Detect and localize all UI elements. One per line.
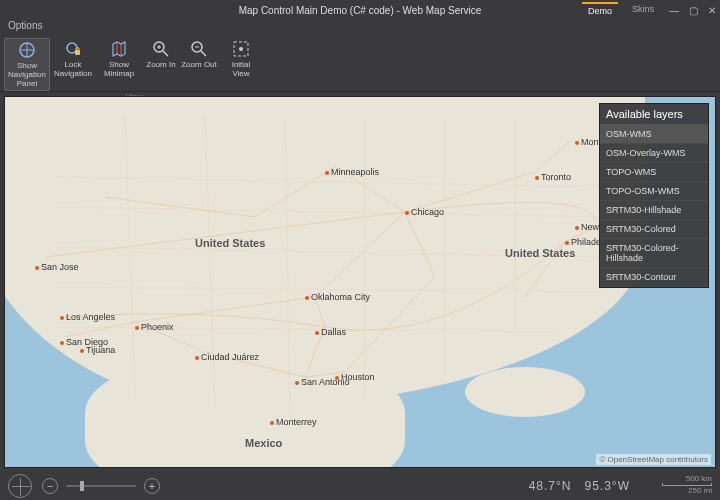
menu-bar: Options <box>0 20 720 36</box>
city-marker-icon <box>325 171 329 175</box>
layer-item[interactable]: SRTM30-Contour <box>600 268 708 287</box>
city-label: Los Angeles <box>60 312 115 322</box>
city-marker-icon <box>405 211 409 215</box>
ribbon-initial-view-button[interactable]: Initial View <box>218 38 264 91</box>
status-bar: − + 48.7°N 95.3°W 500 km 250 mi <box>0 472 720 500</box>
layer-item[interactable]: SRTM30-Colored-Hillshade <box>600 239 708 268</box>
city-marker-icon <box>60 341 64 345</box>
ribbon-zoom-out-button[interactable]: Zoom Out <box>180 38 218 91</box>
city-label: Dallas <box>315 327 346 337</box>
country-label: United States <box>505 247 575 259</box>
city-label: Tijuana <box>80 345 115 355</box>
scale-indicator: 500 km 250 mi <box>662 474 712 495</box>
latitude: 48.7°N <box>529 479 572 493</box>
initial-view-icon <box>232 40 250 58</box>
ribbon-group-view: Show Navigation PanelLock NavigationShow… <box>4 38 264 101</box>
lock-nav-icon <box>64 40 82 58</box>
minimize-button[interactable]: — <box>669 5 679 16</box>
city-marker-icon <box>315 331 319 335</box>
layer-item[interactable]: SRTM30-Hillshade <box>600 201 708 220</box>
svg-rect-2 <box>75 50 80 55</box>
ribbon: Show Navigation PanelLock NavigationShow… <box>0 36 720 92</box>
tab-demo[interactable]: Demo <box>582 2 618 18</box>
layer-item[interactable]: TOPO-WMS <box>600 163 708 182</box>
city-label: Monterrey <box>270 417 317 427</box>
window-buttons: — ▢ ✕ <box>669 5 716 16</box>
ribbon-minimap-button[interactable]: Show Minimap <box>96 38 142 91</box>
city-marker-icon <box>135 326 139 330</box>
city-label: San Antonio <box>295 377 350 387</box>
city-marker-icon <box>535 176 539 180</box>
nav-panel-icon <box>18 41 36 59</box>
city-marker-icon <box>195 356 199 360</box>
minimap-icon <box>110 40 128 58</box>
city-label: Minneapolis <box>325 167 379 177</box>
city-label: Toronto <box>535 172 571 182</box>
menu-options[interactable]: Options <box>8 20 42 31</box>
map-canvas[interactable]: United StatesUnited StatesMexicoMontreal… <box>4 96 716 468</box>
scale-mi: 250 mi <box>662 486 712 495</box>
ribbon-nav-panel-button[interactable]: Show Navigation Panel <box>4 38 50 91</box>
ribbon-zoom-in-button[interactable]: Zoom In <box>142 38 180 91</box>
city-label: Chicago <box>405 207 444 217</box>
city-marker-icon <box>295 381 299 385</box>
city-marker-icon <box>575 226 579 230</box>
top-tabs: Demo Skins <box>582 2 660 18</box>
city-label: San Jose <box>35 262 79 272</box>
city-marker-icon <box>305 296 309 300</box>
longitude: 95.3°W <box>585 479 630 493</box>
zoom-in-icon <box>152 40 170 58</box>
country-label: United States <box>195 237 265 249</box>
zoom-out-button[interactable]: − <box>42 478 58 494</box>
city-label: Oklahoma City <box>305 292 370 302</box>
city-marker-icon <box>35 266 39 270</box>
city-label: Phoenix <box>135 322 174 332</box>
maximize-button[interactable]: ▢ <box>689 5 698 16</box>
scale-km: 500 km <box>662 474 712 483</box>
ribbon-lock-nav-button[interactable]: Lock Navigation <box>50 38 96 91</box>
layers-panel: Available layers OSM-WMSOSM-Overlay-WMST… <box>599 103 709 288</box>
layer-item[interactable]: OSM-WMS <box>600 125 708 144</box>
coordinates-readout: 48.7°N 95.3°W <box>529 479 630 493</box>
svg-point-6 <box>239 47 243 51</box>
country-label: Mexico <box>245 437 282 449</box>
zoom-slider[interactable] <box>66 485 136 487</box>
pan-control[interactable] <box>8 474 32 498</box>
title-bar: Map Control Main Demo (C# code) - Web Ma… <box>0 0 720 20</box>
city-marker-icon <box>270 421 274 425</box>
zoom-in-button[interactable]: + <box>144 478 160 494</box>
city-marker-icon <box>565 241 569 245</box>
map-attribution: © OpenStreetMap contributors <box>596 454 711 465</box>
layer-item[interactable]: OSM-Overlay-WMS <box>600 144 708 163</box>
city-marker-icon <box>575 141 579 145</box>
tab-skins[interactable]: Skins <box>626 2 660 18</box>
city-label: Ciudad Juárez <box>195 352 259 362</box>
layer-item[interactable]: TOPO-OSM-WMS <box>600 182 708 201</box>
close-button[interactable]: ✕ <box>708 5 716 16</box>
city-marker-icon <box>80 349 84 353</box>
city-marker-icon <box>60 316 64 320</box>
layers-header: Available layers <box>600 104 708 125</box>
layer-item[interactable]: SRTM30-Colored <box>600 220 708 239</box>
window-title: Map Control Main Demo (C# code) - Web Ma… <box>239 5 482 16</box>
zoom-out-icon <box>190 40 208 58</box>
